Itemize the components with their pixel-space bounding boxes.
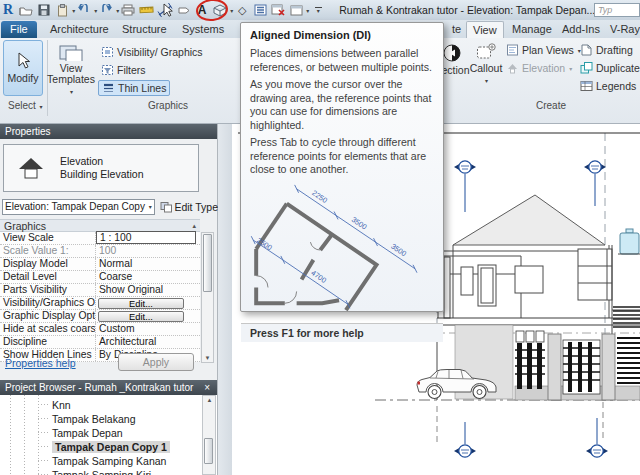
tab-v-ray[interactable]: V-Ray [604,21,640,38]
tree-item[interactable]: Tampak Depan [38,426,123,439]
redo-caret-icon[interactable]: ▾ [116,7,119,14]
tooltip-paragraph: As you move the cursor over the drawing … [241,74,443,132]
dim-label: 3500 [350,215,369,232]
legends-button[interactable]: Legends [580,78,636,94]
panel-splitter[interactable] [218,124,232,475]
switch-windows-icon[interactable] [288,1,304,19]
tree-guide [10,395,11,475]
undo-caret-icon[interactable]: ▾ [94,7,97,14]
building-elevation-icon [16,155,46,181]
measure-icon[interactable] [138,1,154,19]
edit-type-icon[interactable] [160,200,173,213]
dim-label: 4700 [309,268,328,285]
section-tool-icon[interactable]: ◇ [234,1,250,19]
property-value[interactable]: Coarse [96,271,200,283]
tree-item[interactable]: Tampak Samping Kiri [38,468,151,475]
browser-scrollbar[interactable]: ▲ [202,395,216,475]
edit-visibility-button[interactable]: Edit... [98,298,184,309]
plan-views-button[interactable]: Plan Views ▾ [506,42,581,58]
project-browser-title: Project Browser - Rumah _Kontrakan tutor [5,382,193,393]
save-icon[interactable] [36,1,52,19]
paste-caret-icon[interactable]: ▾ [72,7,75,14]
close-icon[interactable]: × [202,382,212,393]
tab-fragment[interactable]: te [450,21,463,38]
tree-item[interactable]: Tampak Belakang [38,412,135,425]
property-value[interactable]: Normal [96,258,200,270]
property-label: Graphic Display Opti... [0,310,96,322]
tree-item[interactable]: Tampak Samping Kanan [38,454,166,467]
revit-logo[interactable]: R [3,2,13,18]
select-panel-label[interactable]: Select ▾ [8,100,43,111]
switch-windows-caret-icon[interactable]: ▾ [306,7,309,14]
scroll-up-icon[interactable]: ▲ [204,397,215,403]
open-icon[interactable] [18,1,34,19]
search-input[interactable]: Typ [594,3,640,17]
property-label: View Scale [0,232,96,244]
type-selector-dropdown[interactable]: Elevation: Tampak Depan Copy 1 ▾ [2,199,155,215]
elevation-marker[interactable] [454,161,476,173]
elevation-marker[interactable] [584,161,606,173]
tab-structure[interactable]: Structure [116,21,173,38]
duplicate-view-button[interactable]: Duplicate [580,60,640,76]
redo-icon[interactable] [98,1,114,19]
property-value[interactable]: Show Original [96,284,200,296]
chevron-down-icon: ▾ [149,203,152,210]
collapse-icon[interactable]: ▴ [192,222,196,230]
elevation-marker[interactable] [586,445,608,457]
print-icon[interactable] [120,1,136,19]
view-caret-icon[interactable]: ▾ [230,7,233,14]
close-hidden-windows-icon[interactable] [270,1,286,19]
tree-item[interactable]: Knn [38,398,71,411]
modify-button[interactable]: Modify [3,40,43,96]
property-label: Discipline [0,336,96,348]
paste-icon[interactable] [54,1,70,19]
view-templates-button[interactable]: View Templates ▾ [54,40,88,98]
undo-icon[interactable] [76,1,92,19]
tab-add-ins[interactable]: Add-Ins [556,21,606,38]
tab-architecture[interactable]: Architecture [44,21,115,38]
dim-label: 3500 [389,242,408,259]
tree-item-selected[interactable]: Tampak Depan Copy 1 [38,440,170,453]
tag-icon[interactable] [176,1,192,19]
type-preview[interactable]: Elevation Building Elevation [3,144,199,192]
property-value[interactable]: Custom [96,323,200,335]
visibility-graphics-button[interactable]: Visibility/ Graphics [98,44,206,60]
properties-header[interactable]: Properties [0,124,217,139]
aligned-dimension-icon[interactable] [156,1,174,19]
tab-systems[interactable]: Systems [176,21,230,38]
callout-button[interactable]: Callout ▾ [470,40,502,98]
property-value[interactable]: Architectural [96,336,200,348]
tab-file[interactable]: File [1,21,37,38]
edit-type-button[interactable]: Edit Type [174,201,218,213]
drafting-view-icon [580,44,593,56]
filters-button[interactable]: Filters [98,62,149,78]
properties-panel: Properties Elevation Building Elevation … [0,124,218,380]
tooltip-illustration: 2250 3500 3500 4700 2500 [244,177,440,323]
properties-scrollbar[interactable]: ▼ [201,232,214,363]
edit-graphic-display-button[interactable]: Edit... [98,311,184,322]
plan-views-icon [506,44,519,56]
legends-icon [580,80,593,92]
properties-header-label: Properties [5,126,51,137]
schedule-icon[interactable] [252,1,268,19]
customize-qat-icon[interactable]: ▾ [310,1,326,19]
apply-button[interactable]: Apply [118,353,194,371]
project-browser-header[interactable]: Project Browser - Rumah _Kontrakan tutor… [0,380,217,395]
thin-lines-button[interactable]: Thin Lines [98,80,170,96]
tab-manage[interactable]: Manage [506,21,558,38]
default-3d-view-icon[interactable] [212,1,228,19]
drafting-view-button[interactable]: Drafting [580,42,633,58]
scroll-down-icon[interactable]: ▼ [202,355,213,361]
text-icon[interactable]: A [194,1,210,19]
water-tank[interactable] [618,229,640,254]
property-value[interactable]: 1 : 100 [96,231,196,244]
properties-help-link[interactable]: Properties help [5,357,76,369]
elevation-marker[interactable] [454,445,476,457]
fence[interactable] [515,331,640,400]
tab-view[interactable]: View [466,21,504,38]
thin-lines-icon [102,82,115,94]
property-value: 100 [96,245,200,257]
section-icon [442,43,462,63]
filters-icon [101,64,114,76]
elevation-button[interactable]: Elevation ▾ [506,60,572,76]
